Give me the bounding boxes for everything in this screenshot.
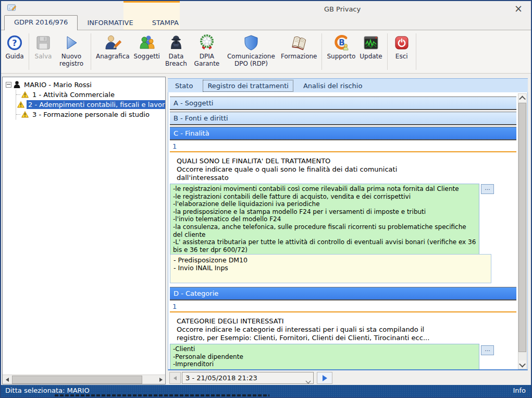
salva-label: Salva [35,53,52,60]
next-icon [323,375,327,381]
tree-item[interactable]: 3 - Formazione personale di studio [16,110,165,119]
background-window-artifact [55,394,269,396]
section-categorie[interactable]: D - Categorie [170,287,516,300]
guida-label: Guida [5,53,23,60]
finalita-ellipsis-button[interactable]: ... [481,184,494,194]
scrollbar-thumb[interactable] [12,376,142,384]
salva-button[interactable]: Salva [32,32,54,61]
info-link[interactable]: Info [513,387,526,394]
tab-informative[interactable]: INFORMATIVE [78,16,142,30]
tab-analisi-rischio[interactable]: Analisi del rischio [299,80,367,91]
record-navigator: 3 - 21/05/2018 21:23 [168,371,528,385]
update-button[interactable]: Update [358,32,383,61]
soggetti-label: Soggetti [134,53,160,60]
section-finalita[interactable]: C - Finalità [170,127,516,140]
close-icon[interactable]: × [512,2,525,15]
formazione-label: Formazione [281,53,317,60]
main-tab-bar: GDPR 2016/976 INFORMATIVE STAMPA [1,16,531,30]
gb-logo-icon: B [332,33,351,52]
toolbar-separator [416,33,416,70]
power-icon [392,33,411,52]
esci-label: Esci [395,53,408,60]
formazione-button[interactable]: Formazione [279,32,319,61]
register-tab-bar: Stato Registro dei trattamenti Analisi d… [168,78,528,92]
tree-horizontal-scrollbar[interactable] [3,375,165,384]
scrollbar-thumb[interactable] [518,103,526,352]
nuovo-registro-button[interactable]: Nuovo registro [55,32,88,68]
tree-children: 1 - Attività Commerciale 2 - Adempimenti… [16,90,165,119]
tab-stato[interactable]: Stato [171,80,197,91]
scroll-left-icon[interactable] [3,376,11,384]
content-vertical-scrollbar[interactable] [518,93,527,369]
chevron-down-icon [306,377,310,384]
company-tree-panel: MARIO - Mario Rossi 1 - Attività Commerc… [2,77,166,384]
tree: MARIO - Mario Rossi 1 - Attività Commerc… [3,77,165,119]
selected-company-status: Ditta selezionata: MARIO [5,387,90,394]
svg-text:?: ? [12,38,17,48]
previous-record-button[interactable] [169,372,181,384]
tree-root-label[interactable]: MARIO - Mario Rossi [22,80,93,89]
dpia-garante-label: DPIA Garante [192,53,221,67]
comunicazione-dpo-button[interactable]: Comunicazione DPO (RDP) [224,32,278,68]
toolbar-separator [29,33,29,70]
finalita-heading: QUALI SONO LE FINALITA' DEL TRATTAMENTO [177,157,330,165]
categorie-description: Occorre indicare le categorie di interes… [177,325,429,342]
book-icon [290,33,308,52]
tab-stampa[interactable]: STAMPA [143,16,188,30]
italy-emblem-icon [197,33,216,52]
tree-item-label[interactable]: 2 - Adempimenti contabili, fiscali e lav… [27,100,166,109]
spy-icon [167,33,185,52]
toolbar-separator [91,33,91,70]
data-breach-label: Data Breach [164,53,188,67]
anagrafica-label: Anagrafica [96,53,130,60]
section-soggetti[interactable]: A - Soggetti [170,97,516,110]
window-title: GB Privacy [324,5,361,13]
data-breach-button[interactable]: Data Breach [163,32,190,68]
save-icon [34,33,53,52]
tree-root-row[interactable]: MARIO - Mario Rossi [6,80,165,90]
finalita-value-box[interactable]: -le registrazioni movimenti contabili co… [170,184,479,255]
tree-item[interactable]: 1 - Attività Commerciale [16,90,165,100]
svg-text:B: B [339,38,344,47]
tab-gdpr[interactable]: GDPR 2016/976 [4,15,78,30]
esci-button[interactable]: Esci [391,32,413,61]
soggetti-button[interactable]: Soggetti [132,32,162,61]
supporto-label: Supporto [327,53,355,60]
record-select[interactable]: 3 - 21/05/2018 21:23 [182,372,314,384]
supporto-button[interactable]: B Supporto [325,32,357,61]
people-icon [138,33,156,52]
categorie-index: 1 [170,303,516,312]
tree-item-selected[interactable]: 2 - Adempimenti contabili, fiscali e lav… [16,100,165,110]
comunicazione-dpo-label: Comunicazione DPO (RDP) [226,53,277,67]
warning-icon [21,111,29,118]
register-content: A - Soggetti B - Fonti e diritti C - Fin… [168,92,528,370]
anagrafica-button[interactable]: Anagrafica [94,32,131,61]
categorie-value-box[interactable]: -Clienti -Personale dipendente -Imprendi… [170,344,479,370]
categorie-ellipsis-button[interactable]: ... [481,345,494,355]
finalita-description: Occorre indicare quale o quali sono le f… [177,165,397,182]
finalita-note-box[interactable]: - Predisposizone DM10 - Invio INAIL Inps [170,254,491,283]
previous-icon [174,376,177,380]
finalita-index: 1 [170,142,516,152]
warning-icon [21,91,29,98]
update-label: Update [360,53,382,60]
section-fonti-diritti[interactable]: B - Fonti e diritti [170,112,516,125]
app-icon [7,4,17,12]
categorie-heading: CATEGORIE DEGLI INTERESSATI [177,317,284,325]
next-record-button[interactable] [317,372,332,384]
scroll-down-icon[interactable] [518,360,526,369]
toolbar: ? Guida Salva Nuovo [1,30,531,74]
collapse-icon[interactable] [6,82,11,88]
tree-item-label[interactable]: 3 - Formazione personale di studio [31,110,151,119]
dpia-garante-button[interactable]: DPIA Garante [191,32,223,68]
tab-registro-trattamenti[interactable]: Registro dei trattamenti [203,80,293,91]
guida-button[interactable]: ? Guida [4,32,26,61]
scroll-right-icon[interactable] [156,376,165,384]
person-icon [14,81,20,89]
finalita-heading-block: QUALI SONO LE FINALITA' DEL TRATTAMENTOO… [177,157,397,182]
help-icon: ? [5,33,24,52]
terminal-icon [362,33,380,52]
nuovo-registro-label: Nuovo registro [57,53,86,67]
scroll-up-icon[interactable] [518,94,526,102]
tree-item-label[interactable]: 1 - Attività Commerciale [31,90,116,99]
